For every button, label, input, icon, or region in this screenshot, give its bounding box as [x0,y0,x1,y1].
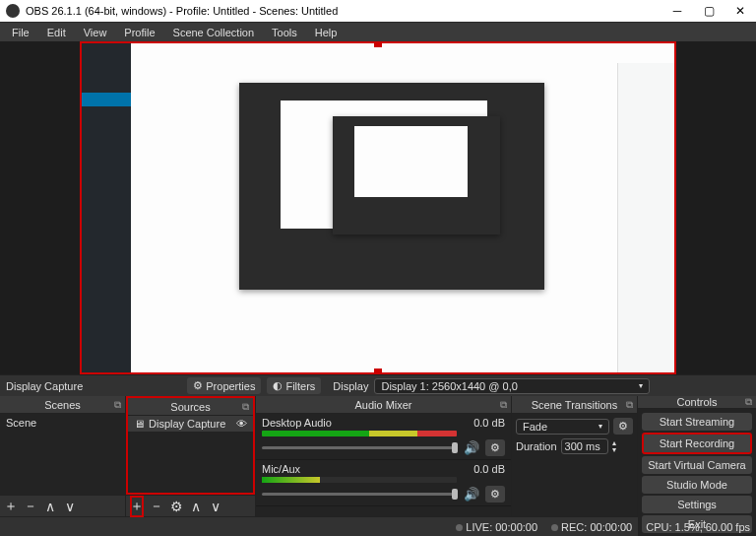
source-down-button[interactable]: ∨ [209,499,222,514]
sources-list[interactable]: 🖥 Display Capture 👁 [128,416,253,493]
duration-spinbox[interactable]: 300 ms [561,438,608,454]
mixer-body: Desktop Audio 0.0 dB 🔊 ⚙ Mic/Aux 0.0 dB [256,414,511,516]
source-item-label: Display Capture [149,418,225,430]
add-scene-button[interactable]: ＋ [4,498,18,515]
remove-scene-button[interactable]: － [24,498,37,515]
settings-button[interactable]: Settings [642,496,752,513]
selected-source-label: Display Capture [4,380,87,392]
transition-type-combo[interactable]: Fade ▾ [516,419,609,435]
mixer-track-desktop: Desktop Audio 0.0 dB 🔊 ⚙ [256,414,511,460]
volume-slider[interactable] [262,493,458,496]
window-title: OBS 26.1.1 (64-bit, windows) - Profile: … [26,5,338,17]
properties-button[interactable]: ⚙ Properties [187,377,261,394]
transition-settings-button[interactable]: ⚙ [613,418,633,435]
spin-buttons-icon[interactable]: ▴▾ [612,439,616,453]
start-virtual-camera-button[interactable]: Start Virtual Camera [642,456,752,474]
start-recording-button[interactable]: Start Recording [642,433,752,454]
filters-label: Filters [285,380,315,392]
scenes-panel: Scenes ⧉ Scene ＋ － ∧ ∨ [0,396,126,516]
track-settings-button[interactable]: ⚙ [485,486,505,502]
properties-label: Properties [206,380,255,392]
live-status: LIVE: 00:00:00 [456,521,537,533]
transitions-header: Scene Transitions ⧉ [512,396,637,414]
source-toolbar: Display Capture ⚙ Properties ◐ Filters D… [0,374,756,396]
controls-body: Start Streaming Start Recording Start Vi… [638,409,756,536]
sources-header: Sources ⧉ [128,398,253,416]
mixer-track-mic: Mic/Aux 0.0 dB 🔊 ⚙ [256,460,511,506]
filters-icon: ◐ [273,379,283,392]
display-combo-value: Display 1: 2560x1440 @ 0,0 [381,380,517,392]
scenes-list[interactable]: Scene [0,414,125,495]
transition-type-value: Fade [523,421,547,433]
close-button[interactable]: ✕ [724,0,756,22]
controls-panel: Controls ⧉ Start Streaming Start Recordi… [638,396,756,516]
rec-status-text: REC: 00:00:00 [561,521,632,533]
transitions-body: Fade ▾ ⚙ Duration 300 ms ▴▾ [512,414,637,516]
menu-profile[interactable]: Profile [116,25,162,40]
studio-mode-button[interactable]: Studio Mode [642,476,752,494]
gear-icon: ⚙ [193,379,203,392]
cpu-status: CPU: 1.5%, 60.00 fps [646,521,750,533]
popout-icon[interactable]: ⧉ [626,399,633,411]
popout-icon[interactable]: ⧉ [500,399,507,411]
popout-icon[interactable]: ⧉ [114,399,121,411]
scenes-header: Scenes ⧉ [0,396,125,414]
preview-canvas[interactable] [80,41,676,374]
preview-area[interactable] [0,41,756,374]
menu-help[interactable]: Help [307,25,346,40]
rec-dot-icon [551,524,558,531]
menu-tools[interactable]: Tools [264,25,305,40]
mixer-track-level: 0.0 dB [473,417,505,429]
display-combo[interactable]: Display 1: 2560x1440 @ 0,0 ▾ [374,378,650,394]
audio-meter [262,477,457,483]
live-status-text: LIVE: 00:00:00 [466,521,537,533]
mixer-title: Audio Mixer [354,399,411,411]
minimize-button[interactable]: ─ [662,0,693,22]
scenes-title: Scenes [44,399,81,411]
obs-logo-icon [6,4,20,18]
menu-file[interactable]: File [4,25,37,40]
source-item[interactable]: 🖥 Display Capture 👁 [128,416,253,432]
maximize-button[interactable]: ▢ [693,0,724,22]
popout-icon[interactable]: ⧉ [745,396,752,408]
window-titlebar: OBS 26.1.1 (64-bit, windows) - Profile: … [0,0,756,22]
mixer-track-name: Desktop Audio [262,417,332,429]
scene-down-button[interactable]: ∨ [63,499,77,514]
track-settings-button[interactable]: ⚙ [485,439,505,456]
docks-row: Scenes ⧉ Scene ＋ － ∧ ∨ Sources ⧉ 🖥 Displ… [0,396,756,516]
display-field-label: Display [333,380,368,392]
menu-view[interactable]: View [76,25,115,40]
sources-panel: Sources ⧉ 🖥 Display Capture 👁 ＋ － ⚙ ∧ ∨ [126,396,256,516]
filters-button[interactable]: ◐ Filters [267,377,321,394]
volume-slider[interactable] [262,446,458,449]
speaker-icon[interactable]: 🔊 [464,487,479,502]
add-source-button[interactable]: ＋ [130,496,144,517]
mixer-track-name: Mic/Aux [262,463,300,475]
captured-app-right-panel [617,63,674,372]
audio-mixer-panel: Audio Mixer ⧉ Desktop Audio 0.0 dB 🔊 ⚙ M… [256,396,512,516]
popout-icon[interactable]: ⧉ [242,401,249,413]
sources-toolbar: ＋ － ⚙ ∧ ∨ [126,495,255,516]
live-dot-icon [456,524,463,531]
controls-title: Controls [677,396,718,408]
scene-transitions-panel: Scene Transitions ⧉ Fade ▾ ⚙ Duration 30… [512,396,638,516]
menu-edit[interactable]: Edit [39,25,74,40]
mixer-header: Audio Mixer ⧉ [256,396,511,414]
duration-value: 300 ms [565,440,600,452]
rec-status: REC: 00:00:00 [551,521,632,533]
main-menubar: File Edit View Profile Scene Collection … [0,22,756,41]
sources-title: Sources [170,401,210,413]
start-streaming-button[interactable]: Start Streaming [642,413,752,431]
scene-item[interactable]: Scene [0,414,125,432]
source-properties-button[interactable]: ⚙ [169,499,183,514]
source-up-button[interactable]: ∧ [189,499,203,514]
scene-up-button[interactable]: ∧ [43,499,57,514]
remove-source-button[interactable]: － [150,498,163,515]
speaker-icon[interactable]: 🔊 [464,440,479,455]
duration-label: Duration [516,440,557,452]
transitions-title: Scene Transitions [532,399,617,411]
menu-scene-collection[interactable]: Scene Collection [165,25,263,40]
captured-nested-window [239,83,544,290]
chevron-down-icon: ▾ [598,422,602,431]
visibility-toggle[interactable]: 👁 [236,418,247,430]
